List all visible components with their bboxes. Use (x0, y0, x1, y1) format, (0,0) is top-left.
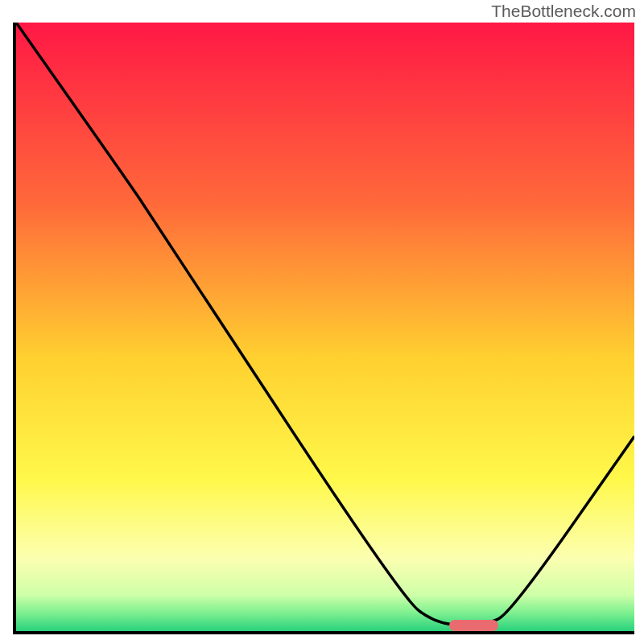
bottleneck-curve (16, 23, 634, 631)
plot-area (13, 23, 634, 634)
optimal-range-marker (449, 620, 498, 631)
bottleneck-chart: TheBottleneck.com (0, 0, 644, 644)
watermark-text: TheBottleneck.com (491, 2, 636, 21)
